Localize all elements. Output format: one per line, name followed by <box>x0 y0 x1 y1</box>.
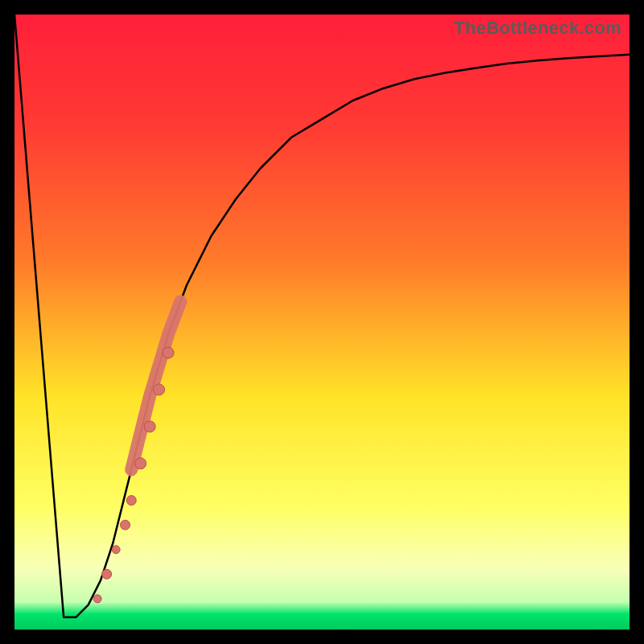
data-marker <box>154 384 165 395</box>
data-marker <box>163 347 174 358</box>
plot-area: TheBottleneck.com <box>14 14 630 630</box>
data-marker <box>144 421 155 432</box>
bottleneck-chart <box>14 14 630 630</box>
data-marker <box>126 496 136 506</box>
data-marker <box>112 546 120 554</box>
gradient-background <box>14 14 630 630</box>
watermark-text: TheBottleneck.com <box>454 18 621 39</box>
chart-frame: TheBottleneck.com <box>0 0 644 644</box>
data-marker <box>102 569 112 579</box>
data-marker <box>135 458 147 469</box>
data-marker <box>93 595 101 603</box>
data-marker <box>121 520 130 530</box>
